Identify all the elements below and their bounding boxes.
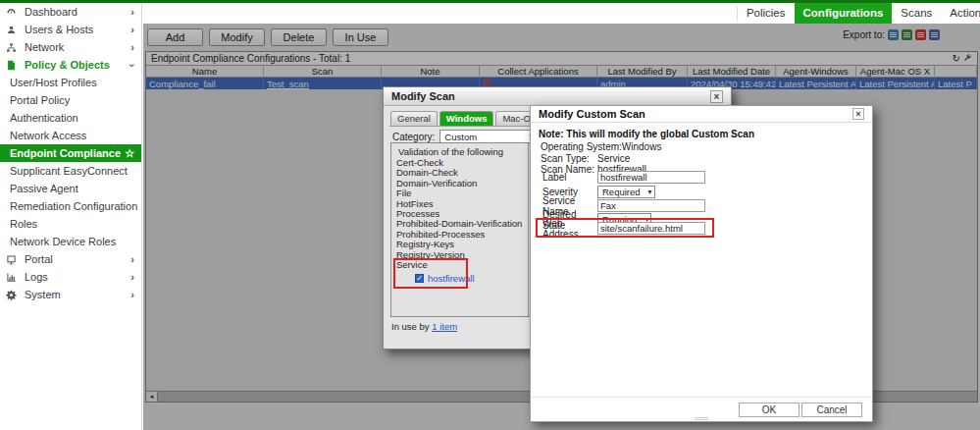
sidebar-item-network-device-roles[interactable]: Network Device Roles <box>0 233 141 250</box>
sidebar-item-users-hosts[interactable]: Users & Hosts › <box>0 21 141 38</box>
dashboard-icon <box>6 7 21 18</box>
network-icon <box>6 42 21 53</box>
category-row: Category: Custom ▾ <box>392 130 536 143</box>
chevron-right-icon: › <box>130 254 134 265</box>
sidebar-item-label: Portal <box>25 253 53 265</box>
resize-handle[interactable] <box>695 417 708 420</box>
chevron-down-icon: › <box>128 63 138 67</box>
sidebar-item-label: Network <box>25 41 64 53</box>
sidebar-item-label: Logs <box>25 271 48 283</box>
list-item-registry-keys[interactable]: Registry-Keys <box>391 240 537 249</box>
sidebar-item-portal[interactable]: Portal › <box>0 250 141 268</box>
severity-select[interactable]: Required ▾ <box>597 186 655 198</box>
custom-scan-note: Note: This will modify the global Custom… <box>539 129 754 139</box>
tab-scans[interactable]: Scans <box>892 3 941 24</box>
chevron-right-icon: › <box>130 290 134 300</box>
label-input[interactable] <box>597 171 705 184</box>
checked-checkbox-icon[interactable]: ✓ <box>415 274 424 283</box>
sidebar-item-user-host-profiles[interactable]: User/Host Profiles <box>0 74 141 91</box>
tab-policies[interactable]: Policies <box>738 3 795 24</box>
sidebar-item-remediation-configuration[interactable]: Remediation Configuration <box>0 197 141 215</box>
service-name-input[interactable] <box>597 199 705 212</box>
in-use-line: In use by 1 item <box>391 321 457 332</box>
sidebar-item-label: Dashboard <box>25 6 77 18</box>
field-row-label: Label <box>542 171 705 184</box>
modify-custom-scan-modal: Modify Custom Scan × Note: This will mod… <box>530 105 873 422</box>
info-row-scan-type: Scan Type: Service <box>541 153 630 164</box>
sidebar-item-system[interactable]: System › <box>0 286 141 303</box>
validation-list-header: Validation of the following <box>391 143 537 158</box>
user-icon <box>6 25 21 35</box>
sidebar-item-network[interactable]: Network › <box>0 38 141 56</box>
chevron-right-icon: › <box>130 7 134 18</box>
modify-scan-titlebar: Modify Scan × <box>384 87 731 106</box>
hostfirewall-label: hostfirewall <box>428 273 475 284</box>
sidebar: Dashboard › Users & Hosts › Network › Po… <box>0 3 142 430</box>
list-item-file[interactable]: File <box>391 188 537 198</box>
favorite-star-icon[interactable]: ☆ <box>125 147 134 160</box>
fortinac-screen: Dashboard › Users & Hosts › Network › Po… <box>0 0 980 430</box>
info-row-operating-system: Operating System: Windows <box>541 141 661 152</box>
hostfirewall-checkbox-row[interactable]: ✓ hostfirewall <box>391 273 537 284</box>
policy-objects-icon <box>6 60 21 71</box>
sidebar-item-label: Policy & Objects <box>25 59 110 71</box>
top-nav: Policies Configurations Scans Actions <box>143 3 980 24</box>
chevron-right-icon: › <box>130 272 134 283</box>
gear-icon <box>6 290 21 300</box>
chevron-right-icon: › <box>130 42 134 53</box>
logs-chart-icon <box>6 272 21 283</box>
chevron-right-icon: › <box>130 25 134 35</box>
in-use-link[interactable]: 1 item <box>432 321 457 332</box>
sidebar-item-authentication[interactable]: Authentication <box>0 109 141 127</box>
sidebar-item-dashboard[interactable]: Dashboard › <box>0 3 141 21</box>
tab-actions[interactable]: Actions <box>941 3 980 24</box>
sidebar-item-supplicant-easyconnect[interactable]: Supplicant EasyConnect <box>0 162 141 180</box>
tab-general[interactable]: General <box>390 111 438 126</box>
portal-icon <box>6 254 21 265</box>
tab-configurations[interactable]: Configurations <box>795 3 893 24</box>
chevron-down-icon: ▾ <box>648 188 652 196</box>
modify-custom-scan-title: Modify Custom Scan <box>539 108 645 120</box>
sidebar-item-passive-agent[interactable]: Passive Agent <box>0 180 141 197</box>
list-item-service[interactable]: Service <box>391 260 537 270</box>
cancel-button[interactable]: Cancel <box>801 403 862 417</box>
sidebar-item-logs[interactable]: Logs › <box>0 268 141 286</box>
sidebar-item-policy-objects[interactable]: Policy & Objects › <box>0 56 141 74</box>
sidebar-item-portal-policy[interactable]: Portal Policy <box>0 91 141 109</box>
sidebar-item-roles[interactable]: Roles <box>0 215 141 233</box>
sidebar-item-network-access[interactable]: Network Access <box>0 127 141 144</box>
modify-custom-scan-titlebar: Modify Custom Scan × <box>531 106 872 123</box>
category-select[interactable]: Custom ▾ <box>439 130 536 143</box>
close-icon[interactable]: × <box>852 108 864 120</box>
list-item-domain-verification[interactable]: Domain-Verification <box>391 179 537 188</box>
tab-windows[interactable]: Windows <box>439 111 494 126</box>
validation-list: Validation of the following Cert-Check D… <box>390 142 538 317</box>
modify-scan-title: Modify Scan <box>391 90 455 102</box>
sidebar-item-endpoint-compliance[interactable]: Endpoint Compliance ☆ <box>0 144 141 162</box>
sidebar-item-label: Users & Hosts <box>25 24 93 35</box>
field-row-web-address: Web Address <box>542 222 705 235</box>
category-label: Category: <box>392 132 435 142</box>
web-address-input[interactable] <box>597 222 705 235</box>
sidebar-item-label: System <box>25 289 61 300</box>
ok-button[interactable]: OK <box>739 403 799 417</box>
top-green-strip <box>0 0 980 3</box>
close-icon[interactable]: × <box>710 90 723 103</box>
